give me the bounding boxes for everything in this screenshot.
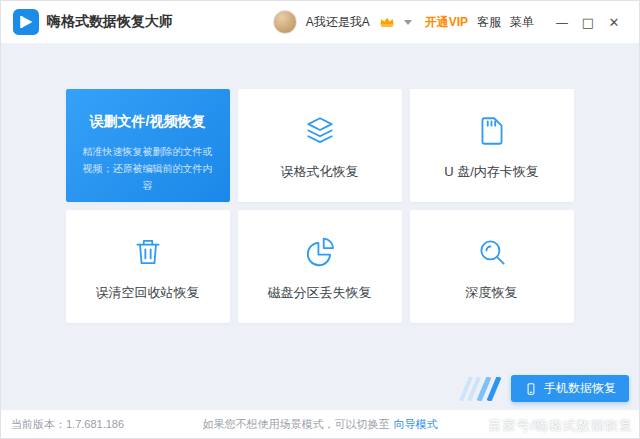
- app-title: 嗨格式数据恢复大师: [47, 13, 173, 31]
- main-content: 误删文件/视频恢复 精准快速恢复被删除的文件或视频；还原被编辑前的文件内容 误格…: [1, 43, 639, 410]
- card-title: 磁盘分区丢失恢复: [268, 284, 372, 302]
- phone-icon: [524, 382, 538, 396]
- card-title: U 盘/内存卡恢复: [444, 163, 539, 181]
- trash-icon: [131, 232, 165, 272]
- card-title: 误删文件/视频恢复: [90, 113, 206, 131]
- layers-icon: [303, 111, 337, 151]
- window-controls: — □ ✕: [549, 9, 627, 35]
- user-avatar[interactable]: [273, 10, 297, 34]
- card-title: 深度恢复: [466, 284, 518, 302]
- open-vip-button[interactable]: 开通VIP: [425, 14, 468, 31]
- card-title: 误格式化恢复: [281, 163, 359, 181]
- title-bar: 嗨格式数据恢复大师 A我还是我A 开通VIP 客服 菜单 — □ ✕: [1, 1, 639, 43]
- card-disk-partition-recovery[interactable]: 磁盘分区丢失恢复: [238, 210, 402, 323]
- menu-button[interactable]: 菜单: [510, 14, 534, 31]
- maximize-button[interactable]: □: [575, 9, 601, 35]
- phone-button-label: 手机数据恢复: [544, 380, 616, 397]
- close-button[interactable]: ✕: [601, 9, 627, 35]
- stripes-decoration-icon: [455, 377, 503, 401]
- minimize-button[interactable]: —: [549, 9, 575, 35]
- customer-service-button[interactable]: 客服: [477, 14, 501, 31]
- card-title: 误清空回收站恢复: [96, 284, 200, 302]
- card-recycle-bin-recovery[interactable]: 误清空回收站恢复: [66, 210, 230, 323]
- app-logo-icon: [13, 9, 39, 35]
- crown-icon: [379, 16, 395, 28]
- card-usb-memory-card-recovery[interactable]: U 盘/内存卡恢复: [410, 89, 574, 202]
- pie-disk-icon: [303, 232, 337, 272]
- chevron-down-icon[interactable]: [404, 20, 412, 25]
- wizard-mode-link[interactable]: 向导模式: [394, 417, 438, 432]
- app-window: 嗨格式数据恢复大师 A我还是我A 开通VIP 客服 菜单 — □ ✕ 误删文件/…: [0, 0, 640, 439]
- card-deep-recovery[interactable]: 深度恢复: [410, 210, 574, 323]
- card-deleted-file-video-recovery[interactable]: 误删文件/视频恢复 精准快速恢复被删除的文件或视频；还原被编辑前的文件内容: [66, 89, 230, 202]
- phone-data-recovery-button[interactable]: 手机数据恢复: [511, 375, 629, 402]
- hint-text: 如果您不想使用场景模式，可以切换至: [203, 417, 390, 432]
- magnifier-icon: [475, 232, 509, 272]
- card-format-recovery[interactable]: 误格式化恢复: [238, 89, 402, 202]
- recovery-mode-grid: 误删文件/视频恢复 精准快速恢复被删除的文件或视频；还原被编辑前的文件内容 误格…: [66, 89, 575, 323]
- phone-recovery-row: 手机数据恢复: [455, 375, 629, 402]
- status-bar: 当前版本： 1.7.681.186 如果您不想使用场景模式，可以切换至 向导模式: [1, 410, 639, 438]
- mode-switch-hint: 如果您不想使用场景模式，可以切换至 向导模式: [1, 410, 639, 438]
- sd-card-icon: [475, 111, 509, 151]
- username-label[interactable]: A我还是我A: [306, 14, 370, 31]
- card-subtitle: 精准快速恢复被删除的文件或视频；还原被编辑前的文件内容: [66, 143, 230, 194]
